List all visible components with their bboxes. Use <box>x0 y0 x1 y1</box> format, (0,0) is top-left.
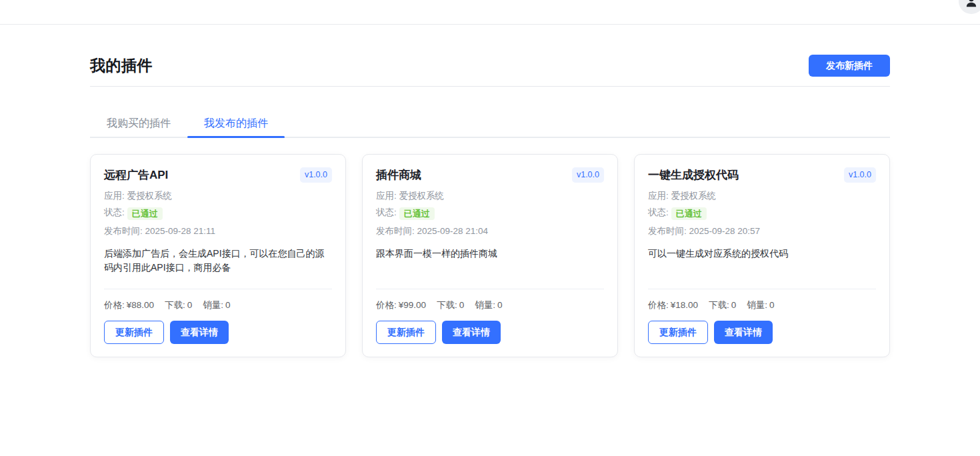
view-details-button[interactable]: 查看详情 <box>170 321 229 344</box>
status-line: 状态:已通过 <box>648 207 876 220</box>
plugin-card-grid: 远程广告API v1.0.0 应用: 爱授权系统 状态:已通过 发布时间: 20… <box>90 154 890 357</box>
published-value: 2025-09-28 20:57 <box>689 226 761 236</box>
plugin-card: 一键生成授权代码 v1.0.0 应用: 爱授权系统 状态:已通过 发布时间: 2… <box>634 154 890 357</box>
plugin-description: 跟本界面一模一样的插件商城 <box>376 247 604 289</box>
sales-stat: 销量:0 <box>747 299 774 311</box>
plugin-stats: 价格:¥99.00 下载:0 销量:0 <box>376 299 604 311</box>
downloads-stat: 下载:0 <box>165 299 192 311</box>
app-line: 应用: 爱授权系统 <box>104 191 332 201</box>
tab-purchased-plugins[interactable]: 我购买的插件 <box>90 117 187 137</box>
app-line: 应用: 爱授权系统 <box>376 191 604 201</box>
status-line: 状态:已通过 <box>376 207 604 220</box>
downloads-label: 下载: <box>165 300 185 310</box>
downloads-stat: 下载:0 <box>709 299 736 311</box>
plugin-meta: 应用: 爱授权系统 状态:已通过 发布时间: 2025-09-28 21:04 <box>376 191 604 243</box>
plugin-description: 可以一键生成对应系统的授权代码 <box>648 247 876 289</box>
published-line: 发布时间: 2025-09-28 21:04 <box>376 227 604 236</box>
plugin-card: 插件商城 v1.0.0 应用: 爱授权系统 状态:已通过 发布时间: 2025-… <box>362 154 618 357</box>
user-icon <box>965 0 978 8</box>
price-stat: 价格:¥88.00 <box>104 299 154 311</box>
status-badge: 已通过 <box>127 207 163 220</box>
card-divider <box>376 289 604 289</box>
downloads-value: 0 <box>731 300 737 310</box>
card-divider <box>648 289 876 289</box>
published-line: 发布时间: 2025-09-28 20:57 <box>648 227 876 236</box>
app-value: 爱授权系统 <box>399 191 445 201</box>
app-line: 应用: 爱授权系统 <box>648 191 876 201</box>
my-plugins-page: 我的插件 发布新插件 我购买的插件 我发布的插件 远程广告API v1.0.0 … <box>90 25 890 357</box>
plugin-title: 一键生成授权代码 <box>648 167 739 183</box>
downloads-label: 下载: <box>709 300 729 310</box>
published-value: 2025-09-28 21:04 <box>417 226 489 236</box>
update-plugin-button[interactable]: 更新插件 <box>376 321 436 344</box>
version-badge: v1.0.0 <box>844 167 876 183</box>
downloads-stat: 下载:0 <box>437 299 464 311</box>
price-stat: 价格:¥18.00 <box>648 299 698 311</box>
price-value: ¥18.00 <box>671 300 698 310</box>
status-label: 状态: <box>648 207 669 217</box>
card-header: 插件商城 v1.0.0 <box>376 167 604 183</box>
downloads-value: 0 <box>459 300 465 310</box>
status-badge: 已通过 <box>671 207 707 220</box>
app-label: 应用: <box>104 191 125 201</box>
price-label: 价格: <box>104 300 125 310</box>
price-stat: 价格:¥99.00 <box>376 299 426 311</box>
published-value: 2025-09-28 21:11 <box>145 226 216 236</box>
card-actions: 更新插件 查看详情 <box>104 321 332 344</box>
app-value: 爱授权系统 <box>671 191 717 201</box>
card-actions: 更新插件 查看详情 <box>648 321 876 344</box>
downloads-value: 0 <box>187 300 193 310</box>
plugin-meta: 应用: 爱授权系统 状态:已通过 发布时间: 2025-09-28 20:57 <box>648 191 876 243</box>
app-label: 应用: <box>376 191 397 201</box>
plugin-stats: 价格:¥18.00 下载:0 销量:0 <box>648 299 876 311</box>
price-label: 价格: <box>648 300 669 310</box>
published-line: 发布时间: 2025-09-28 21:11 <box>104 227 332 236</box>
status-badge: 已通过 <box>399 207 435 220</box>
plugin-description: 后端添加广告后，会生成API接口，可以在您自己的源码内引用此API接口，商用必备 <box>104 247 332 289</box>
price-label: 价格: <box>376 300 397 310</box>
update-plugin-button[interactable]: 更新插件 <box>648 321 708 344</box>
sales-label: 销量: <box>475 300 495 310</box>
card-divider <box>104 289 332 289</box>
page-header: 我的插件 发布新插件 <box>90 55 890 77</box>
view-details-button[interactable]: 查看详情 <box>714 321 773 344</box>
card-header: 一键生成授权代码 v1.0.0 <box>648 167 876 183</box>
version-badge: v1.0.0 <box>300 167 332 183</box>
status-label: 状态: <box>376 207 397 217</box>
version-badge: v1.0.0 <box>572 167 604 183</box>
plugin-card: 远程广告API v1.0.0 应用: 爱授权系统 状态:已通过 发布时间: 20… <box>90 154 346 357</box>
sales-stat: 销量:0 <box>203 299 230 311</box>
plugin-meta: 应用: 爱授权系统 状态:已通过 发布时间: 2025-09-28 21:11 <box>104 191 332 243</box>
plugin-title: 插件商城 <box>376 167 421 183</box>
top-navbar <box>0 0 980 25</box>
card-header: 远程广告API v1.0.0 <box>104 167 332 183</box>
header-divider <box>90 86 890 87</box>
card-actions: 更新插件 查看详情 <box>376 321 604 344</box>
view-details-button[interactable]: 查看详情 <box>442 321 501 344</box>
price-value: ¥88.00 <box>127 300 154 310</box>
sales-value: 0 <box>769 300 775 310</box>
page-title: 我的插件 <box>90 55 153 76</box>
sales-value: 0 <box>497 300 503 310</box>
app-value: 爱授权系统 <box>127 191 173 201</box>
user-avatar[interactable] <box>959 0 980 14</box>
plugin-stats: 价格:¥88.00 下载:0 销量:0 <box>104 299 332 311</box>
sales-label: 销量: <box>203 300 223 310</box>
status-line: 状态:已通过 <box>104 207 332 220</box>
plugin-tabs: 我购买的插件 我发布的插件 <box>90 117 890 138</box>
published-label: 发布时间: <box>648 226 687 236</box>
price-value: ¥99.00 <box>399 300 426 310</box>
update-plugin-button[interactable]: 更新插件 <box>104 321 164 344</box>
downloads-label: 下载: <box>437 300 457 310</box>
tab-published-plugins[interactable]: 我发布的插件 <box>187 117 285 137</box>
status-label: 状态: <box>104 207 125 217</box>
sales-value: 0 <box>225 300 231 310</box>
publish-new-plugin-button[interactable]: 发布新插件 <box>809 55 890 77</box>
published-label: 发布时间: <box>376 226 415 236</box>
sales-label: 销量: <box>747 300 767 310</box>
sales-stat: 销量:0 <box>475 299 502 311</box>
published-label: 发布时间: <box>104 226 143 236</box>
app-label: 应用: <box>648 191 669 201</box>
plugin-title: 远程广告API <box>104 167 168 183</box>
